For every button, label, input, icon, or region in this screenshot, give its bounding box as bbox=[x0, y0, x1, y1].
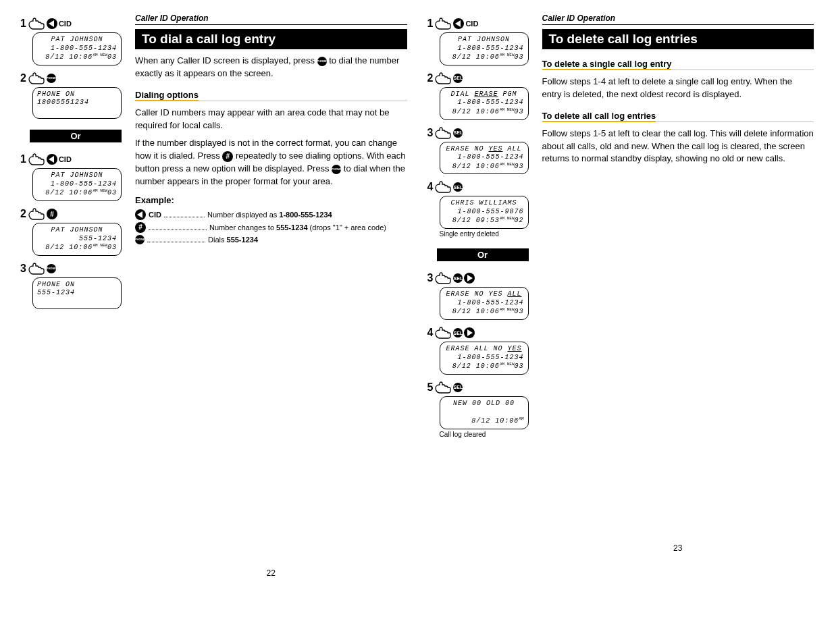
or-divider: Or bbox=[30, 130, 122, 142]
phone-button-icon: PHONE bbox=[47, 74, 56, 83]
section-title: To dial a call log entry bbox=[135, 29, 407, 49]
hand-icon bbox=[434, 327, 452, 339]
step-r3: 3 SEL ERASE NO YES ALL 1-800-555-1234 8/… bbox=[427, 127, 529, 175]
cid-prev-icon bbox=[47, 18, 57, 29]
lcd-screen: PAT JOHNSON 555-1234 8/12 10:06AM NEW03 bbox=[32, 223, 122, 256]
body-text: Caller ID numbers may appear with an are… bbox=[135, 107, 407, 132]
subheading-delete-single: To delete a single call log entry bbox=[542, 59, 672, 70]
hand-icon bbox=[28, 18, 45, 30]
lcd-screen: ERASE NO YES ALL 1-800-555-1234 8/12 10:… bbox=[440, 287, 529, 320]
page-22: 1 CID PAT JOHNSON 1-800-555-1234 8/12 10… bbox=[20, 14, 407, 578]
step-number: 1 bbox=[20, 18, 26, 30]
example-row: # Number changes to 555-1234 (drops "1" … bbox=[135, 222, 407, 233]
step-r1: 1 CID PAT JOHNSON 1-800-555-1234 8/12 10… bbox=[427, 18, 529, 65]
sel-button-icon: SEL bbox=[453, 74, 463, 83]
play-next-icon bbox=[464, 273, 475, 284]
hand-icon bbox=[28, 208, 45, 220]
step-r4: 4 SEL CHRIS WILLIAMS 1-800-555-9876 8/12… bbox=[427, 181, 529, 238]
step-a1: 1 CID PAT JOHNSON 1-800-555-1234 8/12 10… bbox=[20, 18, 122, 65]
step-b3: 3 PHONE PHONE ON 555-1234 bbox=[20, 263, 122, 310]
lcd-screen: DIAL ERASE PGM 1-800-555-1234 8/12 10:06… bbox=[440, 87, 529, 120]
sel-button-icon: SEL bbox=[453, 128, 463, 138]
right-sidebar-steps: 1 CID PAT JOHNSON 1-800-555-1234 8/12 10… bbox=[427, 14, 529, 578]
lcd-screen: ERASE NO YES ALL 1-800-555-1234 8/12 10:… bbox=[440, 142, 529, 175]
subheading-delete-all: To delete all call log entries bbox=[542, 111, 656, 122]
body-text: Follow steps 1-5 at left to clear the ca… bbox=[542, 128, 814, 166]
phone-button-icon: PHONE bbox=[317, 57, 327, 66]
cid-label: CID bbox=[59, 155, 72, 163]
hand-icon bbox=[28, 72, 45, 84]
screen-caption: Single entry deleted bbox=[440, 230, 529, 238]
step-r4b: 4 SEL ERASE ALL NO YES 1-800-555-1234 8/… bbox=[427, 327, 529, 375]
lcd-screen: CHRIS WILLIAMS 1-800-555-9876 8/12 09:53… bbox=[440, 196, 529, 229]
cid-label: CID bbox=[59, 20, 72, 28]
lcd-screen: PAT JOHNSON 1-800-555-1234 8/12 10:06AM … bbox=[440, 32, 529, 65]
step-number: 2 bbox=[20, 208, 26, 220]
lcd-screen: PHONE ON 18005551234 bbox=[32, 87, 122, 119]
sel-button-icon: SEL bbox=[453, 273, 463, 283]
step-r2: 2 SEL DIAL ERASE PGM 1-800-555-1234 8/12… bbox=[427, 72, 529, 120]
cid-label: CID bbox=[149, 211, 161, 219]
screen-caption: Call log cleared bbox=[440, 431, 529, 438]
body-text: Follow steps 1-4 at left to delete a sin… bbox=[542, 76, 814, 101]
step-a2: 2 PHONE PHONE ON 18005551234 bbox=[20, 72, 122, 119]
hash-button-icon: # bbox=[47, 209, 57, 219]
hand-icon bbox=[28, 153, 45, 165]
left-sidebar-steps: 1 CID PAT JOHNSON 1-800-555-1234 8/12 10… bbox=[20, 14, 122, 578]
manual-spread: 1 CID PAT JOHNSON 1-800-555-1234 8/12 10… bbox=[20, 14, 814, 578]
subheading-dialing-options: Dialing options bbox=[135, 90, 199, 101]
lcd-screen: PAT JOHNSON 1-800-555-1234 8/12 10:06AM … bbox=[32, 168, 122, 201]
sel-button-icon: SEL bbox=[453, 383, 463, 392]
hand-icon bbox=[434, 272, 452, 284]
hand-icon bbox=[434, 72, 452, 84]
example-row: CID Number displayed as 1-800-555-1234 bbox=[135, 209, 407, 220]
or-divider: Or bbox=[437, 248, 529, 261]
play-next-icon bbox=[464, 327, 475, 338]
hash-button-icon: # bbox=[222, 151, 233, 162]
page-23: 1 CID PAT JOHNSON 1-800-555-1234 8/12 10… bbox=[427, 14, 814, 578]
hand-icon bbox=[434, 181, 452, 193]
step-number: 2 bbox=[20, 72, 26, 84]
cid-label: CID bbox=[465, 20, 478, 28]
page-number: 22 bbox=[135, 568, 407, 578]
hand-icon bbox=[434, 127, 452, 139]
step-b1: 1 CID PAT JOHNSON 1-800-555-1234 8/12 10… bbox=[20, 153, 122, 201]
lcd-screen: PHONE ON 555-1234 bbox=[32, 277, 122, 310]
example-label: Example: bbox=[135, 195, 407, 205]
lcd-screen: ERASE ALL NO YES 1-800-555-1234 8/12 10:… bbox=[440, 342, 529, 375]
hand-icon bbox=[28, 263, 45, 275]
hand-icon bbox=[434, 18, 452, 30]
sel-button-icon: SEL bbox=[453, 182, 463, 192]
lcd-screen: NEW 00 OLD 00 8/12 10:06AM bbox=[440, 396, 529, 429]
phone-button-icon: PHONE bbox=[135, 235, 145, 244]
phone-button-icon: PHONE bbox=[332, 165, 341, 174]
step-r5: 5 SEL NEW 00 OLD 00 8/12 10:06AM Call lo… bbox=[427, 381, 529, 438]
hand-icon bbox=[434, 381, 452, 394]
cid-prev-icon bbox=[453, 18, 464, 29]
step-r3b: 3 SEL ERASE NO YES ALL 1-800-555-1234 8/… bbox=[427, 272, 529, 320]
left-main-content: Caller ID Operation To dial a call log e… bbox=[135, 14, 407, 578]
page-number: 23 bbox=[542, 543, 814, 553]
lcd-screen: PAT JOHNSON 1-800-555-1234 8/12 10:06AM … bbox=[32, 32, 122, 65]
right-main-content: Caller ID Operation To delete call log e… bbox=[542, 14, 814, 578]
cid-prev-icon bbox=[47, 154, 57, 165]
breadcrumb: Caller ID Operation bbox=[135, 14, 407, 25]
phone-button-icon: PHONE bbox=[47, 264, 56, 273]
step-number: 1 bbox=[20, 153, 26, 165]
sel-button-icon: SEL bbox=[453, 328, 463, 338]
breadcrumb: Caller ID Operation bbox=[542, 14, 814, 25]
example-row: PHONE Dials 555-1234 bbox=[135, 235, 407, 244]
intro-text: When any Caller ID screen is displayed, … bbox=[135, 55, 407, 80]
step-number: 3 bbox=[20, 263, 26, 275]
hash-button-icon: # bbox=[135, 222, 146, 233]
body-text: If the number displayed is not in the co… bbox=[135, 137, 407, 188]
section-title: To delete call log entries bbox=[542, 29, 814, 49]
cid-prev-icon bbox=[135, 209, 146, 220]
step-b2: 2 # PAT JOHNSON 555-1234 8/12 10:06AM NE… bbox=[20, 208, 122, 256]
